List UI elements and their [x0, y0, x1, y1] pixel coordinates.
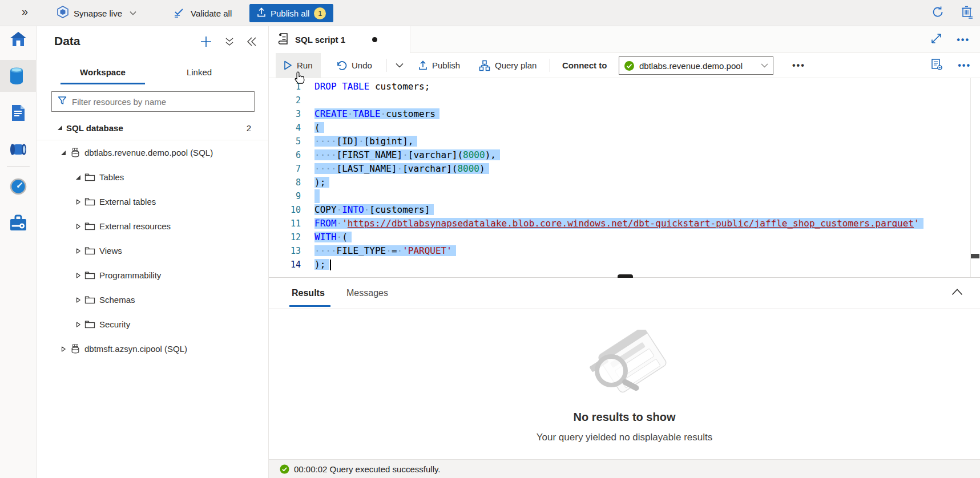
tree-row[interactable]: Schemas: [37, 287, 268, 312]
code-line[interactable]: 8);: [269, 176, 980, 189]
main-work-area: SQL script 1 ••• Run Undo: [269, 26, 980, 478]
publish-all-button[interactable]: Publish all 1: [249, 4, 333, 22]
tab-workspace[interactable]: Workspace: [61, 59, 145, 84]
tree-row[interactable]: dbtlabs.revenue.demo.pool (SQL): [37, 140, 268, 165]
active-results-underline: [289, 305, 330, 307]
undo-button[interactable]: Undo: [336, 53, 372, 78]
line-number: 10: [269, 203, 301, 217]
nav-develop-icon[interactable]: [0, 97, 37, 129]
tree-collapsed-icon[interactable]: [61, 346, 70, 352]
nav-home-icon[interactable]: [0, 23, 37, 55]
connect-to-label: Connect to: [562, 53, 607, 78]
tree-expanded-icon[interactable]: [61, 150, 70, 156]
script-properties-icon[interactable]: [930, 58, 943, 72]
code-line[interactable]: 11FROM·'https://dbtlabsynapsedatalake.bl…: [269, 217, 980, 230]
line-number: 14: [269, 258, 301, 272]
expand-editor-icon[interactable]: [931, 33, 942, 46]
line-number: 5: [269, 135, 301, 148]
results-empty-state: No results to show Your query yielded no…: [269, 309, 980, 459]
mode-selector[interactable]: Synapse live: [57, 0, 136, 26]
line-number: 8: [269, 176, 301, 189]
collapse-panel-icon[interactable]: [247, 37, 257, 48]
tab-title: SQL script 1: [295, 35, 345, 44]
code-line[interactable]: 13····FILE_TYPE·=·'PARQUET': [269, 244, 980, 258]
data-panel-tabs: Workspace Linked: [37, 59, 268, 84]
tree-label: Programmability: [99, 270, 161, 280]
run-button[interactable]: Run: [276, 53, 321, 78]
tree-row[interactable]: Programmability: [37, 263, 268, 287]
line-number: 2: [269, 94, 301, 107]
tree-collapsed-icon[interactable]: [75, 322, 84, 327]
run-label: Run: [297, 60, 313, 70]
publish-button[interactable]: Publish: [418, 53, 460, 78]
filter-resources-input[interactable]: [72, 97, 248, 107]
tree-collapsed-icon[interactable]: [75, 248, 84, 254]
tree-expanded-icon[interactable]: [75, 175, 84, 180]
tab-sql-script-1[interactable]: SQL script 1: [269, 26, 410, 53]
tab-more-actions-icon[interactable]: •••: [957, 35, 970, 45]
code-line[interactable]: 5····[ID]·[bigint],: [269, 135, 980, 148]
status-message: 00:00:02 Query executed successfully.: [294, 464, 441, 474]
add-resource-icon[interactable]: [200, 35, 212, 50]
code-line[interactable]: 2: [269, 94, 980, 107]
rail-divider: [7, 166, 30, 167]
publish-count-badge: 1: [314, 7, 326, 19]
editor-scrollbar[interactable]: [970, 78, 980, 277]
script-toolbar: Run Undo Publish Query plan Connect to: [269, 53, 980, 78]
code-line[interactable]: 7····[LAST_NAME]·[varchar](8000): [269, 162, 980, 176]
tree-row[interactable]: Security: [37, 312, 268, 337]
tab-messages[interactable]: Messages: [346, 278, 388, 309]
toolbar-more-icon[interactable]: •••: [792, 53, 805, 78]
text-cursor: [330, 260, 331, 270]
refresh-icon[interactable]: [931, 5, 945, 21]
validate-all-button[interactable]: Validate all: [173, 0, 232, 26]
tree-collapsed-icon[interactable]: [75, 297, 84, 303]
code-line[interactable]: 6····[FIRST_NAME]·[varchar](8000),: [269, 148, 980, 162]
nav-integrate-icon[interactable]: [0, 133, 37, 165]
undo-redo-dropdown-icon[interactable]: [396, 53, 404, 78]
discard-trash-icon[interactable]: [961, 5, 973, 21]
tree-expanded-icon[interactable]: [57, 125, 66, 131]
tree-row[interactable]: dbtmsft.azsyn.cipool (SQL): [37, 337, 268, 361]
tree-collapsed-icon[interactable]: [75, 273, 84, 278]
selected-pool-name: dbtlabs.revenue.demo.pool: [639, 61, 756, 71]
tab-linked[interactable]: Linked: [168, 59, 231, 84]
nav-manage-icon[interactable]: [0, 207, 37, 239]
code-line[interactable]: 12WITH·(: [269, 230, 980, 244]
nav-monitor-icon[interactable]: [0, 171, 37, 202]
tree-collapsed-icon[interactable]: [75, 199, 84, 205]
tab-results[interactable]: Results: [292, 278, 325, 309]
code-line[interactable]: 1DROP TABLE customers;: [269, 80, 980, 94]
toolbar-separator: [550, 59, 550, 72]
publish-label: Publish: [432, 60, 460, 70]
folder-icon: [84, 173, 99, 181]
folder-icon: [84, 295, 99, 304]
nav-data-icon[interactable]: [0, 60, 37, 92]
pool-selector-dropdown[interactable]: dbtlabs.revenue.demo.pool: [619, 56, 773, 75]
tree-row[interactable]: Tables: [37, 165, 268, 189]
line-number: 6: [269, 148, 301, 162]
code-line[interactable]: 3CREATE·TABLE·customers: [269, 107, 980, 121]
sql-code-editor[interactable]: 1DROP TABLE customers;23CREATE·TABLE·cus…: [269, 78, 980, 277]
collapse-results-icon[interactable]: [951, 287, 963, 298]
tree-label: External resources: [99, 221, 171, 231]
tree-row[interactable]: Views: [37, 238, 268, 263]
tree-row[interactable]: External resources: [37, 214, 268, 238]
query-status-bar: 00:00:02 Query executed successfully.: [269, 459, 980, 478]
synapse-studio-window: » Synapse live Validate all Publish all …: [0, 0, 980, 478]
tree-collapsed-icon[interactable]: [75, 224, 84, 229]
code-line[interactable]: 9: [269, 189, 980, 203]
editor-more-actions-icon[interactable]: •••: [958, 60, 971, 71]
validate-icon: [173, 7, 185, 19]
code-line[interactable]: 14);: [269, 258, 980, 272]
code-line[interactable]: 4(: [269, 121, 980, 135]
panel-title: Data: [54, 34, 80, 48]
code-line[interactable]: 10COPY·INTO·[customers]: [269, 203, 980, 217]
query-plan-button[interactable]: Query plan: [479, 53, 537, 78]
line-number: 9: [269, 189, 301, 203]
tree-row[interactable]: External tables: [37, 189, 268, 214]
tree-row[interactable]: SQL database2: [37, 116, 268, 140]
collapse-all-icon[interactable]: [225, 37, 234, 49]
scrollbar-thumb[interactable]: [971, 254, 979, 258]
expand-menu-icon[interactable]: »: [22, 5, 28, 18]
